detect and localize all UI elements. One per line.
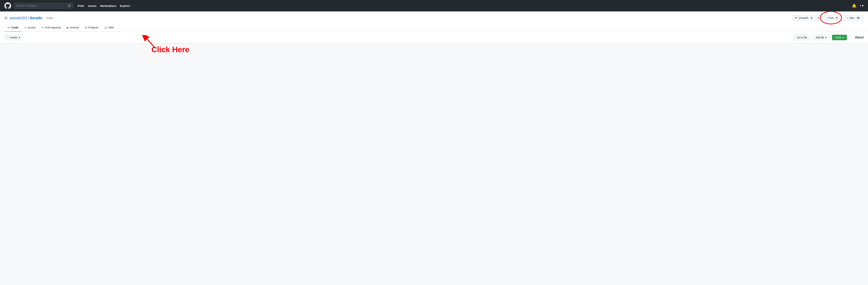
branch-chevron-icon: ▾ [19, 36, 20, 39]
fork-icon: ⑂ [826, 17, 827, 20]
actions-tab-icon: ▶ [67, 26, 69, 29]
add-file-button[interactable]: Add file ▾ [813, 35, 830, 40]
code-button[interactable]: Code ▾ [832, 35, 847, 40]
search-shortcut-badge: / [68, 4, 71, 7]
repo-type-icon: ⊟ [4, 16, 7, 20]
github-logo-icon [4, 2, 11, 9]
issues-tab-icon: ⊙ [24, 26, 27, 29]
repo-actions: 👁 Unwatch 2 ▾ ⑂ Fork 5 [792, 15, 864, 21]
add-file-chevron-icon: ▾ [825, 36, 827, 39]
branch-name: master [10, 36, 18, 39]
tab-projects-label: Projects [88, 26, 98, 29]
branch-selector[interactable]: ⑂ master ▾ [4, 35, 23, 40]
repo-owner-link[interactable]: passaH2O [10, 16, 27, 20]
add-file-label: Add file [816, 36, 825, 39]
repo-toolbar: ⑂ master ▾ Go to file Add file ▾ Code ▾ … [0, 32, 868, 43]
code-tab-icon: <> [7, 26, 10, 29]
tab-code[interactable]: <> Code [4, 24, 22, 32]
fork-button-wrapper: ⑂ Fork 5 [823, 15, 842, 21]
tab-pull-requests[interactable]: ⇄ Pull requests [39, 24, 64, 32]
fork-label: Fork [829, 17, 834, 20]
tab-wiki-label: Wiki [108, 26, 114, 29]
fork-button[interactable]: ⑂ Fork 5 [823, 15, 842, 21]
search-bar[interactable]: Search or jump to... / [14, 3, 73, 8]
chevron-down-icon: ▾ [862, 4, 864, 8]
unwatch-count: 2 [810, 17, 814, 19]
click-here-annotation: Click Here [151, 45, 189, 54]
repo-header: ⊟ passaH2O / dorado Public 👁 Unwatch 2 ▾ [0, 11, 868, 32]
branch-icon: ⑂ [7, 36, 9, 39]
repo-name-link[interactable]: dorado [30, 16, 42, 20]
code-label: Code [835, 36, 841, 39]
unwatch-chevron-icon: ▾ [817, 17, 819, 20]
about-heading: About [855, 36, 864, 39]
star-button[interactable]: ☆ Star 16 [843, 15, 864, 21]
tab-issues[interactable]: ⊙ Issues [22, 24, 39, 32]
star-label: Star [849, 17, 854, 20]
navbar-links: Pulls Issues Marketplace Explore [78, 4, 130, 7]
main-content: ⊟ passaH2O / dorado Public 👁 Unwatch 2 ▾ [0, 11, 868, 66]
tab-projects[interactable]: ⊞ Projects [82, 24, 101, 32]
eye-icon: 👁 [795, 17, 797, 20]
projects-tab-icon: ⊞ [85, 26, 87, 29]
visibility-badge: Public [44, 16, 55, 20]
unwatch-button[interactable]: 👁 Unwatch 2 ▾ [792, 15, 822, 21]
plus-icon: + [860, 4, 862, 8]
pulls-tab-icon: ⇄ [41, 26, 44, 29]
tab-pulls-label: Pull requests [45, 26, 61, 29]
click-here-text: Click Here [151, 45, 189, 54]
breadcrumb: passaH2O / dorado [10, 16, 42, 20]
tab-code-label: Code [11, 26, 19, 29]
github-logo[interactable] [4, 2, 11, 9]
repo-tabs: <> Code ⊙ Issues ⇄ Pull requests ▶ Actio… [4, 24, 864, 32]
breadcrumb-separator: / [28, 16, 29, 20]
go-to-file-button[interactable]: Go to file [794, 35, 810, 40]
navbar-link-pulls[interactable]: Pulls [78, 4, 84, 7]
wiki-tab-icon: 📖 [104, 26, 107, 29]
unwatch-label: Unwatch [798, 17, 808, 20]
repo-title-row: ⊟ passaH2O / dorado Public 👁 Unwatch 2 ▾ [4, 15, 864, 21]
tab-issues-label: Issues [28, 26, 36, 29]
annotation-area: Click Here [0, 43, 868, 66]
create-new-button[interactable]: + ▾ [860, 4, 864, 8]
star-count: 16 [856, 17, 861, 19]
code-chevron-icon: ▾ [842, 36, 844, 39]
fork-count: 5 [835, 17, 839, 19]
go-to-file-label: Go to file [797, 36, 807, 39]
navbar-link-marketplace[interactable]: Marketplace [100, 4, 116, 7]
navbar-link-issues[interactable]: Issues [88, 4, 97, 7]
tab-actions-label: Actions [70, 26, 79, 29]
tab-actions[interactable]: ▶ Actions [64, 24, 82, 32]
notifications-button[interactable]: 🔔 [852, 3, 857, 8]
divider [815, 17, 816, 20]
star-icon: ☆ [846, 17, 848, 20]
search-placeholder: Search or jump to... [17, 4, 39, 7]
navbar: Search or jump to... / Pulls Issues Mark… [0, 0, 868, 11]
navbar-link-explore[interactable]: Explore [120, 4, 130, 7]
navbar-actions: 🔔 + ▾ [852, 3, 864, 8]
tab-wiki[interactable]: 📖 Wiki [101, 24, 117, 32]
